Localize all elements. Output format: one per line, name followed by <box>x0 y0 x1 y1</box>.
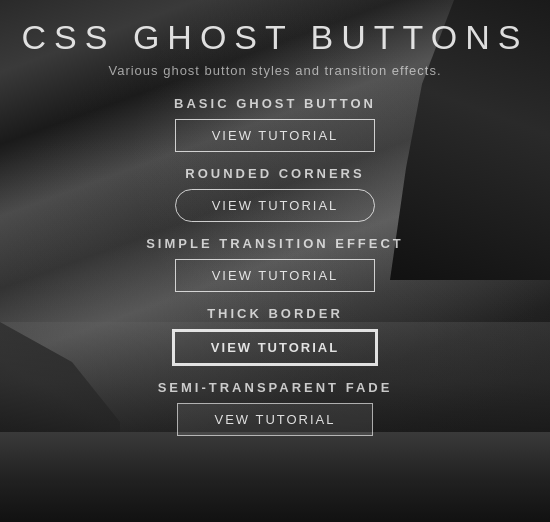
section-semi-fade: SEMI-TRANSPARENT FADE Vew Tutorial <box>0 380 550 436</box>
background: CSS GHOST BUTTONS Various ghost button s… <box>0 0 550 522</box>
view-tutorial-button-basic[interactable]: View Tutorial <box>175 119 376 152</box>
section-title-semi-fade: SEMI-TRANSPARENT FADE <box>158 380 393 395</box>
section-basic: BASIC GHOST BUTTON View Tutorial <box>0 96 550 152</box>
section-title-rounded: ROUNDED CORNERS <box>185 166 364 181</box>
section-transition: SIMPLE TRANSITION EFFECT View Tutorial <box>0 236 550 292</box>
main-content: CSS GHOST BUTTONS Various ghost button s… <box>0 0 550 450</box>
page-title: CSS GHOST BUTTONS <box>22 18 529 57</box>
view-tutorial-button-rounded[interactable]: View Tutorial <box>175 189 376 222</box>
view-tutorial-button-semi-fade[interactable]: Vew Tutorial <box>177 403 372 436</box>
view-tutorial-button-thick[interactable]: View Tutorial <box>172 329 378 366</box>
section-thick: THICK BORDER View Tutorial <box>0 306 550 366</box>
section-rounded: ROUNDED CORNERS View Tutorial <box>0 166 550 222</box>
page-subtitle: Various ghost button styles and transiti… <box>108 63 441 78</box>
section-title-thick: THICK BORDER <box>207 306 343 321</box>
view-tutorial-button-transition[interactable]: View Tutorial <box>175 259 376 292</box>
section-title-transition: SIMPLE TRANSITION EFFECT <box>146 236 404 251</box>
section-title-basic: BASIC GHOST BUTTON <box>174 96 376 111</box>
